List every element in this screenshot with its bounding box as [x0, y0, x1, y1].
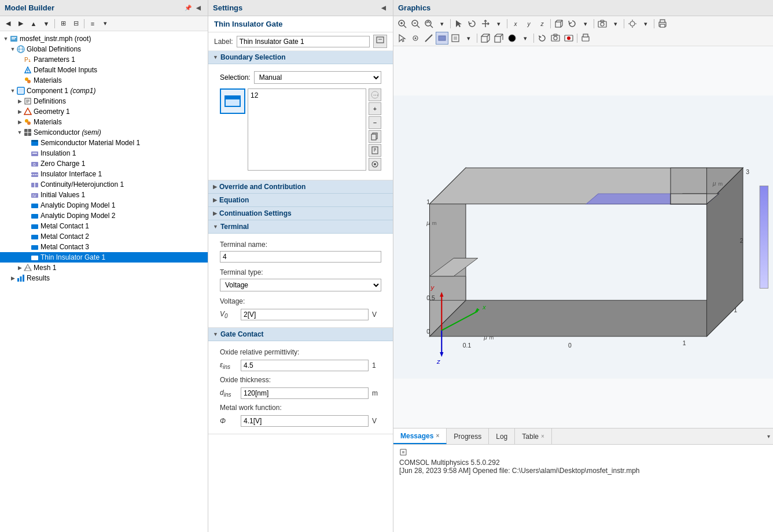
- refresh-button[interactable]: [536, 32, 549, 45]
- tree-item-comp1[interactable]: ▼ Component 1 (comp1): [0, 86, 208, 96]
- face-select-button[interactable]: [436, 32, 448, 45]
- select-tool-button[interactable]: [396, 32, 408, 45]
- tree-item-default-model[interactable]: ▶ Default Model Inputs: [0, 65, 208, 75]
- scene-light-button[interactable]: [626, 17, 639, 30]
- zoom-out-button[interactable]: [409, 17, 422, 30]
- terminal-name-input[interactable]: [220, 251, 381, 263]
- view-options-button[interactable]: ▾: [100, 18, 111, 29]
- nav-forward-button[interactable]: ▶: [15, 18, 27, 29]
- camera-options-button[interactable]: ▾: [609, 17, 622, 30]
- scene-light-options-button[interactable]: ▾: [639, 17, 652, 30]
- color-button[interactable]: [506, 32, 518, 45]
- tab-messages-close[interactable]: ×: [436, 433, 439, 439]
- tab-messages[interactable]: Messages ×: [393, 428, 447, 444]
- nav-up-button[interactable]: ▲: [28, 18, 39, 29]
- tree-item-root[interactable]: ▼ mosfet_instr.mph (root): [0, 34, 208, 44]
- graphics-canvas[interactable]: y x z 0 0.5 1 0.1 0 μm μm 3 2 1 μm 1: [393, 46, 773, 428]
- boundary-center-button[interactable]: [369, 158, 381, 171]
- tree-item-cont-hetero[interactable]: ▶ Continuity/Heterojunction 1: [0, 179, 208, 190]
- camera-button[interactable]: [596, 17, 609, 30]
- print-button[interactable]: [656, 17, 669, 30]
- select-options-button[interactable]: ▾: [462, 32, 475, 45]
- boundary-paste-button[interactable]: [369, 144, 381, 157]
- tree-item-init-vals[interactable]: ▶ IV Initial Values 1: [0, 190, 208, 200]
- continuation-settings-header[interactable]: ▶ Continuation Settings: [208, 207, 393, 220]
- tree-arrow-geometry1[interactable]: ▶: [16, 109, 23, 114]
- tree-item-definitions[interactable]: ▶ Definitions: [0, 96, 208, 106]
- bottom-panel-collapse[interactable]: ▾: [764, 432, 773, 441]
- tree-item-semi[interactable]: ▼ Semiconductor (semi): [0, 127, 208, 138]
- tree-item-results[interactable]: ▶ Results: [0, 273, 208, 283]
- boundary-list[interactable]: 12: [248, 88, 366, 171]
- nav-back-button[interactable]: ◀: [2, 18, 14, 29]
- tree-item-analytic-doping1[interactable]: ▶ Analytic Doping Model 1: [0, 200, 208, 210]
- label-field-button[interactable]: [373, 35, 387, 48]
- tree-item-geometry1[interactable]: ▶ Geometry 1: [0, 106, 208, 117]
- boundary-add-button[interactable]: ⋯: [369, 88, 381, 101]
- point-select-button[interactable]: [409, 32, 422, 45]
- tab-progress[interactable]: Progress: [447, 428, 489, 444]
- zoom-dropdown-button[interactable]: ▾: [436, 17, 448, 30]
- tree-arrow-root[interactable]: ▼: [2, 36, 9, 42]
- zoom-in-button[interactable]: [396, 17, 408, 30]
- y-axis-button[interactable]: y: [522, 17, 535, 30]
- tab-table[interactable]: Table ×: [515, 428, 552, 444]
- tree-item-metal-contact2[interactable]: ▶ Metal Contact 2: [0, 231, 208, 242]
- tree-item-semi-mat[interactable]: ▶ Semiconductor Material Model 1: [0, 138, 208, 148]
- tree-arrow-mesh1[interactable]: ▶: [16, 265, 23, 271]
- tree-arrow-global-defs[interactable]: ▼: [9, 46, 16, 52]
- tree-arrow-results[interactable]: ▶: [9, 275, 16, 281]
- reset-view-button[interactable]: [566, 17, 579, 30]
- boundary-icon-box[interactable]: [220, 88, 245, 114]
- pan-options-button[interactable]: ▾: [492, 17, 505, 30]
- record-button[interactable]: [562, 32, 575, 45]
- selection-dropdown[interactable]: Manual All boundaries Exterior boundarie…: [254, 71, 381, 84]
- boundary-plus-button[interactable]: +: [369, 102, 381, 115]
- screenshot-button[interactable]: [549, 32, 562, 45]
- tree-arrow-materials-comp[interactable]: ▶: [16, 119, 23, 125]
- nav-cube-button[interactable]: [553, 17, 565, 30]
- voltage-input[interactable]: [241, 309, 369, 320]
- view3d-button[interactable]: [479, 32, 492, 45]
- edge-select-button[interactable]: [422, 32, 435, 45]
- oxide-thickness-input[interactable]: [241, 387, 369, 399]
- tree-item-materials-comp[interactable]: ▶ Materials: [0, 117, 208, 127]
- tree-item-metal-contact1[interactable]: ▶ Metal Contact 1: [0, 221, 208, 231]
- override-contribution-header[interactable]: ▶ Override and Contribution: [208, 180, 393, 194]
- tree-item-zero-charge[interactable]: ▶ 0 Zero Charge 1: [0, 158, 208, 169]
- oxide-permittivity-input[interactable]: [241, 360, 369, 371]
- select-button[interactable]: [452, 17, 465, 30]
- settings-collapse-icon[interactable]: ◀: [379, 3, 388, 13]
- nav-down-button[interactable]: ▼: [41, 18, 52, 29]
- rotate-button[interactable]: [466, 17, 478, 30]
- pin-icon[interactable]: 📌: [183, 3, 193, 13]
- collapse-all-button[interactable]: ⊟: [70, 18, 82, 29]
- expand-all-button[interactable]: ⊞: [57, 18, 69, 29]
- equation-header[interactable]: ▶ Equation: [208, 194, 393, 207]
- tree-item-materials-global[interactable]: ▶ Materials: [0, 75, 208, 86]
- pan-button[interactable]: [479, 17, 492, 30]
- show-used-button[interactable]: ≡: [87, 18, 98, 29]
- tree-arrow-definitions[interactable]: ▶: [16, 98, 23, 104]
- tree-arrow-comp1[interactable]: ▼: [9, 88, 16, 94]
- tree-item-insulator-iface[interactable]: ▶ Insulator Interface 1: [0, 169, 208, 179]
- domain-select-button[interactable]: [449, 32, 462, 45]
- terminal-header[interactable]: ▼ Terminal: [208, 220, 393, 234]
- tree-arrow-semi[interactable]: ▼: [16, 130, 23, 135]
- collapse-icon[interactable]: ◀: [194, 3, 203, 13]
- boundary-selection-header[interactable]: ▼ Boundary Selection: [208, 51, 393, 64]
- x-axis-button[interactable]: x: [509, 17, 522, 30]
- boundary-minus-button[interactable]: −: [369, 116, 381, 129]
- metal-work-input[interactable]: [241, 415, 369, 427]
- tree-item-metal-contact3[interactable]: ▶ Metal Contact 3: [0, 242, 208, 252]
- reset-options-button[interactable]: ▾: [579, 17, 592, 30]
- boundary-copy-button[interactable]: [369, 130, 381, 143]
- wireframe-button[interactable]: [492, 32, 505, 45]
- label-field-input[interactable]: [237, 36, 370, 47]
- terminal-type-dropdown[interactable]: Voltage Current Circuit: [220, 279, 381, 291]
- zoom-extents-button[interactable]: [422, 17, 435, 30]
- tab-table-close[interactable]: ×: [541, 433, 544, 439]
- tree-item-thin-gate[interactable]: ▶ Thin Insulator Gate 1: [0, 252, 208, 263]
- gate-contact-header[interactable]: ▼ Gate Contact: [208, 328, 393, 341]
- color-options-button[interactable]: ▾: [519, 32, 532, 45]
